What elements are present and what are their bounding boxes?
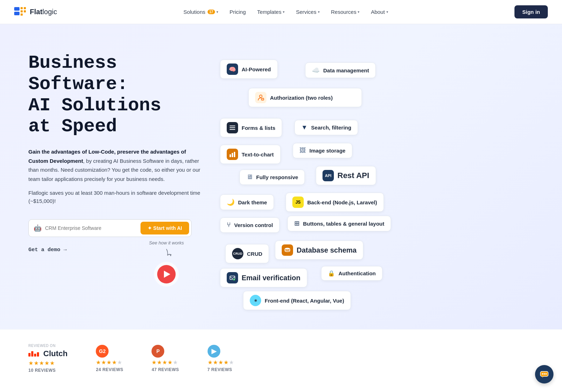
- branch-icon: ⑂: [227, 221, 231, 229]
- chip-frontend: ⚛ Front-end (React, Angular, Vue): [243, 291, 351, 310]
- table-icon: ⊞: [294, 220, 299, 227]
- logo-text: Flatlogic: [30, 8, 57, 16]
- chip-email-verification: Email verification: [220, 268, 307, 287]
- g2-stars: ★★★★: [96, 359, 117, 365]
- chevron-down-icon: ▾: [283, 10, 285, 14]
- hero-section: Business Software: AI Solutions at Speed…: [0, 24, 562, 329]
- signin-button[interactable]: Sign in: [514, 5, 548, 18]
- api-icon: API: [323, 170, 334, 181]
- hero-title: Business Software: AI Solutions at Speed: [28, 53, 206, 137]
- js-icon: JS: [292, 197, 304, 208]
- see-how-text: See how it works: [149, 240, 184, 245]
- chip-crud: CRUD CRUD: [225, 244, 269, 263]
- clutch-stars: ★★★★★: [28, 360, 67, 366]
- chip-text-to-chart: Text-to-chart: [220, 145, 281, 164]
- robot-icon: 🤖: [34, 224, 42, 232]
- svg-point-16: [285, 248, 290, 250]
- cloud-icon: ☁️: [312, 66, 320, 74]
- crud-icon: CRUD: [232, 248, 243, 259]
- image-icon: 🖼: [299, 147, 306, 154]
- moon-icon: 🌙: [227, 198, 235, 206]
- svg-rect-0: [14, 7, 20, 11]
- video-play-button[interactable]: [154, 262, 179, 287]
- review-capterra: ▶ ★★★★★ 7 REVIEWS: [208, 345, 234, 372]
- chip-fully-responsive: 🖥 Fully responsive: [239, 170, 305, 185]
- start-ai-button[interactable]: ✦ Start with AI: [140, 222, 189, 234]
- chip-data-management: ☁️ Data management: [305, 62, 376, 78]
- svg-rect-5: [24, 7, 26, 9]
- email-check-icon: [227, 272, 238, 283]
- nav-services[interactable]: Services ▾: [291, 6, 325, 18]
- hero-description-1: Gain the advantages of Low-Code, preserv…: [28, 147, 206, 183]
- svg-rect-15: [234, 152, 235, 157]
- producthunt-logo: P: [151, 345, 164, 358]
- logo[interactable]: Flatlogic: [14, 7, 57, 17]
- hero-input-row: 🤖 ✦ Start with AI: [28, 219, 192, 237]
- svg-rect-14: [232, 153, 233, 157]
- nav-about[interactable]: About ▾: [366, 6, 393, 18]
- arrow-down-icon: [161, 248, 172, 259]
- review-producthunt: P ★★★★★ 47 REVIEWS: [151, 345, 179, 372]
- svg-point-23: [545, 373, 547, 375]
- svg-rect-10: [230, 126, 235, 126]
- see-how-section: See how it works: [149, 240, 184, 287]
- capterra-count: 7 REVIEWS: [208, 367, 234, 372]
- svg-rect-11: [230, 127, 235, 128]
- clutch-count: 10 REVIEWS: [28, 368, 67, 373]
- feature-chips-container: 🧠 AI-Powered ☁️ Data management Authoriz…: [220, 53, 534, 251]
- svg-rect-3: [21, 10, 23, 12]
- svg-rect-6: [24, 10, 26, 12]
- react-icon: ⚛: [250, 295, 261, 306]
- navbar: Flatlogic Solutions 17 ▾ Pricing Templat…: [0, 0, 562, 24]
- chip-backend: JS Back-end (Node.js, Laravel): [286, 193, 384, 212]
- g2-count: 24 REVIEWS: [96, 367, 123, 372]
- svg-point-21: [542, 373, 543, 375]
- database-icon: [282, 244, 293, 256]
- chip-search-filtering: ▼ Search, filtering: [294, 120, 358, 135]
- capterra-stars: ★★★★: [208, 359, 229, 365]
- brain-icon: 🧠: [227, 64, 238, 75]
- ph-stars: ★★★★: [151, 359, 173, 365]
- chip-version-control: ⑂ Version control: [220, 217, 280, 233]
- nav-resources[interactable]: Resources ▾: [326, 6, 365, 18]
- svg-point-9: [262, 99, 263, 100]
- ai-prompt-input[interactable]: [45, 225, 140, 231]
- review-clutch: REVIEWED ON Clutch ★★★★★ 10 REVIEWS: [28, 344, 67, 373]
- g2-logo: G2: [96, 345, 109, 358]
- nav-pricing[interactable]: Pricing: [225, 6, 251, 18]
- svg-point-7: [259, 95, 262, 98]
- svg-rect-2: [21, 7, 23, 9]
- list-icon: [227, 122, 238, 133]
- lock-icon: 🔒: [328, 270, 335, 277]
- chip-buttons-tables: ⊞ Buttons, tables & general layout: [287, 216, 391, 231]
- monitor-icon: 🖥: [246, 173, 253, 181]
- chip-forms-lists: Forms & lists: [220, 118, 282, 137]
- ph-count: 47 REVIEWS: [151, 367, 179, 372]
- chip-rest-api: API Rest API: [316, 166, 376, 185]
- nav-solutions[interactable]: Solutions 17 ▾: [178, 6, 223, 18]
- capterra-logo: ▶: [208, 345, 220, 358]
- chip-dark-theme: 🌙 Dark theme: [220, 194, 274, 210]
- chevron-down-icon: ▾: [318, 10, 320, 14]
- hero-left-content: Business Software: AI Solutions at Speed…: [28, 53, 206, 253]
- reviews-section: REVIEWED ON Clutch ★★★★★ 10 REVIEWS G2 ★…: [0, 329, 562, 387]
- nav-templates[interactable]: Templates ▾: [252, 6, 290, 18]
- play-icon[interactable]: [157, 265, 176, 283]
- nav-links: Solutions 17 ▾ Pricing Templates ▾ Servi…: [178, 6, 393, 18]
- svg-point-22: [544, 373, 545, 375]
- chip-database-schema: Database schema: [275, 241, 363, 260]
- chip-ai-powered: 🧠 AI-Powered: [220, 60, 278, 79]
- svg-rect-1: [14, 12, 20, 15]
- hero-savings-text: Flatlogic saves you at least 300 man-hou…: [28, 189, 206, 205]
- chart-icon: [227, 149, 238, 160]
- filter-icon: ▼: [301, 124, 308, 131]
- chip-image-storage: 🖼 Image storage: [293, 143, 352, 158]
- person-lock-icon: [255, 92, 266, 103]
- review-g2: G2 ★★★★★ 24 REVIEWS: [96, 345, 123, 372]
- chevron-down-icon: ▾: [358, 10, 359, 14]
- chip-authentication: 🔒 Authentication: [321, 266, 382, 281]
- chevron-down-icon: ▾: [386, 10, 388, 14]
- chatbot-button[interactable]: [535, 365, 553, 383]
- clutch-name: Clutch: [43, 349, 67, 358]
- svg-rect-4: [21, 13, 23, 16]
